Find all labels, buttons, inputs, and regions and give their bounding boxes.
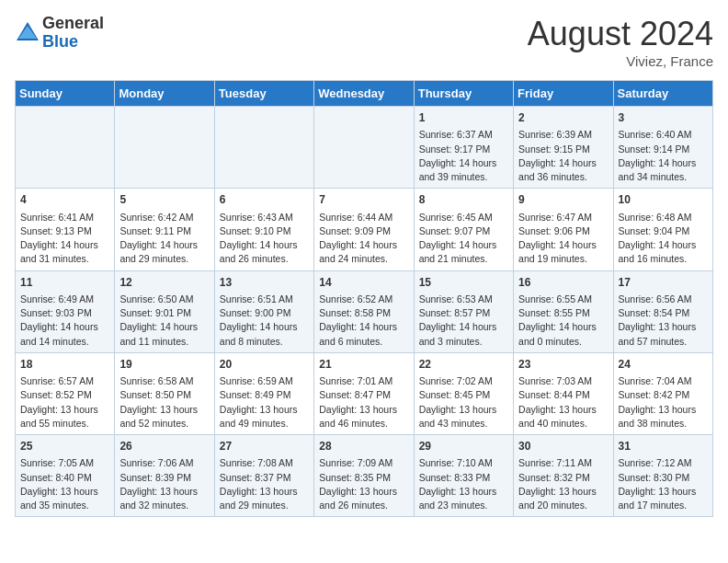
calendar-cell: 14Sunrise: 6:52 AM Sunset: 8:58 PM Dayli…: [314, 270, 414, 352]
day-number: 4: [20, 192, 109, 208]
month-year: August 2024: [528, 15, 713, 53]
day-number: 30: [518, 439, 608, 454]
calendar-cell: 26Sunrise: 7:06 AM Sunset: 8:39 PM Dayli…: [115, 435, 214, 517]
logo: General Blue: [15, 15, 104, 52]
day-info: Sunrise: 6:55 AM Sunset: 8:55 PM Dayligh…: [518, 293, 608, 349]
day-number: 21: [319, 357, 408, 373]
svg-marker-1: [18, 26, 37, 39]
day-info: Sunrise: 7:11 AM Sunset: 8:32 PM Dayligh…: [518, 456, 608, 512]
day-info: Sunrise: 6:39 AM Sunset: 9:15 PM Dayligh…: [518, 128, 608, 184]
day-number: 22: [419, 357, 508, 373]
day-number: 23: [518, 357, 608, 373]
calendar-cell: 4Sunrise: 6:41 AM Sunset: 9:13 PM Daylig…: [16, 189, 115, 270]
calendar-cell: 16Sunrise: 6:55 AM Sunset: 8:55 PM Dayli…: [514, 270, 613, 352]
calendar-cell: 29Sunrise: 7:10 AM Sunset: 8:33 PM Dayli…: [414, 435, 513, 517]
day-info: Sunrise: 6:48 AM Sunset: 9:04 PM Dayligh…: [619, 211, 708, 267]
calendar-cell: [214, 107, 313, 189]
day-number: 16: [518, 275, 608, 291]
calendar-cell: 8Sunrise: 6:45 AM Sunset: 9:07 PM Daylig…: [414, 189, 513, 270]
day-info: Sunrise: 7:08 AM Sunset: 8:37 PM Dayligh…: [220, 456, 309, 512]
calendar-cell: 30Sunrise: 7:11 AM Sunset: 8:32 PM Dayli…: [514, 435, 613, 517]
calendar-cell: [314, 107, 414, 189]
day-number: 31: [619, 439, 708, 454]
col-header-friday: Friday: [514, 81, 613, 107]
calendar-cell: 5Sunrise: 6:42 AM Sunset: 9:11 PM Daylig…: [115, 189, 214, 270]
calendar-cell: 10Sunrise: 6:48 AM Sunset: 9:04 PM Dayli…: [613, 189, 712, 270]
day-number: 9: [518, 192, 608, 208]
day-info: Sunrise: 6:47 AM Sunset: 9:06 PM Dayligh…: [518, 211, 608, 267]
day-number: 29: [419, 439, 508, 454]
day-info: Sunrise: 6:44 AM Sunset: 9:09 PM Dayligh…: [319, 211, 408, 267]
calendar-cell: 9Sunrise: 6:47 AM Sunset: 9:06 PM Daylig…: [514, 189, 613, 270]
calendar-cell: 11Sunrise: 6:49 AM Sunset: 9:03 PM Dayli…: [16, 270, 115, 352]
col-header-thursday: Thursday: [414, 81, 513, 107]
day-number: 28: [319, 439, 408, 454]
calendar-cell: 20Sunrise: 6:59 AM Sunset: 8:49 PM Dayli…: [214, 352, 313, 434]
day-info: Sunrise: 6:53 AM Sunset: 8:57 PM Dayligh…: [419, 293, 508, 349]
day-info: Sunrise: 6:58 AM Sunset: 8:50 PM Dayligh…: [119, 374, 209, 431]
calendar-cell: 31Sunrise: 7:12 AM Sunset: 8:30 PM Dayli…: [613, 435, 712, 517]
day-number: 3: [619, 110, 708, 126]
page-header: General Blue August 2024 Viviez, France: [15, 15, 713, 69]
calendar-cell: 28Sunrise: 7:09 AM Sunset: 8:35 PM Dayli…: [314, 435, 414, 517]
col-header-wednesday: Wednesday: [314, 81, 414, 107]
location: Viviez, France: [528, 53, 713, 69]
calendar-cell: 24Sunrise: 7:04 AM Sunset: 8:42 PM Dayli…: [613, 352, 712, 434]
calendar-cell: 19Sunrise: 6:58 AM Sunset: 8:50 PM Dayli…: [115, 352, 214, 434]
day-info: Sunrise: 6:41 AM Sunset: 9:13 PM Dayligh…: [20, 211, 109, 267]
day-number: 20: [220, 357, 309, 373]
day-info: Sunrise: 7:01 AM Sunset: 8:47 PM Dayligh…: [319, 374, 408, 431]
calendar-cell: 6Sunrise: 6:43 AM Sunset: 9:10 PM Daylig…: [214, 189, 313, 270]
day-info: Sunrise: 7:05 AM Sunset: 8:40 PM Dayligh…: [20, 456, 109, 512]
calendar-cell: 3Sunrise: 6:40 AM Sunset: 9:14 PM Daylig…: [613, 107, 712, 189]
day-number: 27: [220, 439, 309, 454]
calendar-cell: 18Sunrise: 6:57 AM Sunset: 8:52 PM Dayli…: [16, 352, 115, 434]
day-info: Sunrise: 7:09 AM Sunset: 8:35 PM Dayligh…: [319, 456, 408, 512]
calendar-cell: 27Sunrise: 7:08 AM Sunset: 8:37 PM Dayli…: [214, 435, 313, 517]
day-info: Sunrise: 6:45 AM Sunset: 9:07 PM Dayligh…: [419, 211, 508, 267]
day-number: 24: [619, 357, 708, 373]
col-header-sunday: Sunday: [16, 81, 115, 107]
day-info: Sunrise: 6:43 AM Sunset: 9:10 PM Dayligh…: [220, 211, 309, 267]
day-info: Sunrise: 6:59 AM Sunset: 8:49 PM Dayligh…: [220, 374, 309, 431]
logo-icon: [15, 20, 40, 46]
day-number: 5: [119, 192, 209, 208]
calendar-cell: 25Sunrise: 7:05 AM Sunset: 8:40 PM Dayli…: [16, 435, 115, 517]
calendar-cell: 15Sunrise: 6:53 AM Sunset: 8:57 PM Dayli…: [414, 270, 513, 352]
calendar-cell: 12Sunrise: 6:50 AM Sunset: 9:01 PM Dayli…: [115, 270, 214, 352]
calendar-cell: 2Sunrise: 6:39 AM Sunset: 9:15 PM Daylig…: [514, 107, 613, 189]
day-number: 6: [220, 192, 309, 208]
calendar-cell: [115, 107, 214, 189]
col-header-saturday: Saturday: [613, 81, 712, 107]
day-number: 25: [20, 439, 109, 454]
day-info: Sunrise: 7:06 AM Sunset: 8:39 PM Dayligh…: [119, 456, 209, 512]
calendar-cell: [16, 107, 115, 189]
col-header-tuesday: Tuesday: [214, 81, 313, 107]
day-info: Sunrise: 7:04 AM Sunset: 8:42 PM Dayligh…: [619, 374, 708, 431]
day-number: 2: [518, 110, 608, 126]
day-info: Sunrise: 6:52 AM Sunset: 8:58 PM Dayligh…: [319, 293, 408, 349]
col-header-monday: Monday: [115, 81, 214, 107]
day-info: Sunrise: 6:42 AM Sunset: 9:11 PM Dayligh…: [119, 211, 209, 267]
day-info: Sunrise: 6:49 AM Sunset: 9:03 PM Dayligh…: [20, 293, 109, 349]
calendar-cell: 22Sunrise: 7:02 AM Sunset: 8:45 PM Dayli…: [414, 352, 513, 434]
day-number: 1: [419, 110, 508, 126]
day-info: Sunrise: 7:03 AM Sunset: 8:44 PM Dayligh…: [518, 374, 608, 431]
calendar-table: SundayMondayTuesdayWednesdayThursdayFrid…: [15, 80, 713, 517]
day-info: Sunrise: 7:12 AM Sunset: 8:30 PM Dayligh…: [619, 456, 708, 512]
day-number: 8: [419, 192, 508, 208]
calendar-cell: 21Sunrise: 7:01 AM Sunset: 8:47 PM Dayli…: [314, 352, 414, 434]
day-number: 26: [119, 439, 209, 454]
day-number: 7: [319, 192, 408, 208]
day-number: 10: [619, 192, 708, 208]
day-number: 15: [419, 275, 508, 291]
title-area: August 2024 Viviez, France: [528, 15, 713, 69]
day-number: 12: [119, 275, 209, 291]
day-info: Sunrise: 6:51 AM Sunset: 9:00 PM Dayligh…: [220, 293, 309, 349]
day-number: 11: [20, 275, 109, 291]
day-number: 14: [319, 275, 408, 291]
calendar-cell: 13Sunrise: 6:51 AM Sunset: 9:00 PM Dayli…: [214, 270, 313, 352]
day-info: Sunrise: 6:56 AM Sunset: 8:54 PM Dayligh…: [619, 293, 708, 349]
day-number: 18: [20, 357, 109, 373]
day-number: 13: [220, 275, 309, 291]
